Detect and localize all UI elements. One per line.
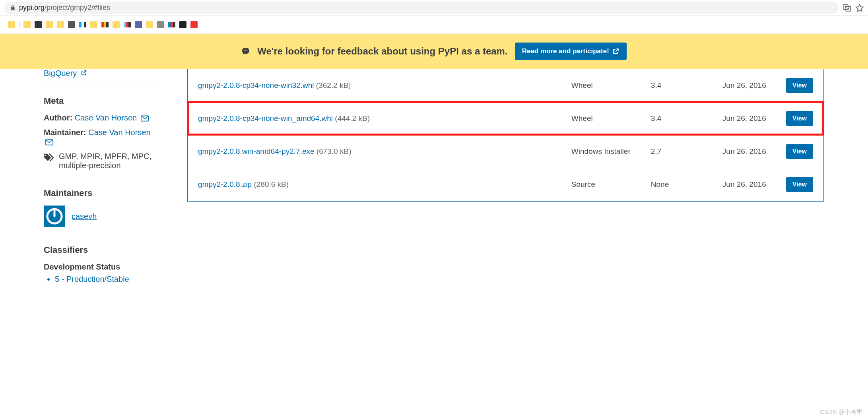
avatar [44,206,65,227]
classifier-group-label: Development Status [44,262,159,272]
file-date: Jun 26, 2016 [722,147,778,156]
url-text: pypi.org/project/gmpy2/#files [19,4,110,12]
bookmarks-bar [0,16,868,34]
file-type: Windows Installer [571,147,643,156]
bookmark-folder[interactable] [8,21,15,28]
bookmark-item[interactable] [101,22,109,27]
bookmark-item[interactable] [113,21,120,28]
bookmark-item[interactable] [157,21,164,28]
bookmark-item[interactable] [146,21,153,28]
file-version: 2.7 [651,147,715,156]
classifier-item[interactable]: 5 - Production/Stable [55,275,159,284]
file-name-cell: gmpy2-2.0.8-cp34-none-win_amd64.whl (444… [198,113,563,124]
bookmark-item[interactable] [57,21,64,28]
bookmark-item[interactable] [68,21,75,28]
file-row: gmpy2-2.0.8.zip (280.6 kB)SourceNoneJun … [188,168,823,201]
banner-text: We're looking for feedback about using P… [257,46,507,57]
file-date: Jun 26, 2016 [722,180,778,189]
maintainer-link[interactable]: Case Van Horsen [88,128,150,137]
tags-text: GMP, MPIR, MPFR, MPC, multiple-precision [59,152,159,170]
statistics-link-partial[interactable]: BigQuery [44,69,159,78]
view-button[interactable]: View [786,177,813,192]
file-link[interactable]: gmpy2-2.0.8-cp34-none-win_amd64.whl [198,114,333,122]
file-type: Wheel [571,81,643,90]
tags-row: GMP, MPIR, MPFR, MPC, multiple-precision [44,152,159,170]
file-type: Wheel [571,114,643,123]
author-link[interactable]: Case Van Horsen [75,113,137,122]
gravatar-icon [46,208,63,225]
files-table: gmpy2-2.0.8-cp34-none-win32.whl (362.2 k… [187,69,824,202]
file-name-cell: gmpy2-2.0.8.win-amd64-py2.7.exe (673.0 k… [198,146,563,157]
file-link[interactable]: gmpy2-2.0.8-cp34-none-win32.whl [198,81,314,89]
view-button[interactable]: View [786,144,813,159]
file-size: (444.2 kB) [335,114,370,122]
tags-icon [44,153,55,161]
file-size: (673.0 kB) [317,147,351,155]
author-label: Author: [44,113,72,122]
view-button[interactable]: View [786,111,813,126]
feedback-banner: We're looking for feedback about using P… [0,34,868,69]
file-row: gmpy2-2.0.8.win-amd64-py2.7.exe (673.0 k… [188,135,823,168]
address-bar[interactable]: pypi.org/project/gmpy2/#files [4,2,839,14]
author-row: Author: Case Van Horsen [44,113,159,122]
bookmark-item[interactable] [190,21,198,28]
file-type: Source [571,180,643,189]
maintainers-heading: Maintainers [44,188,159,198]
banner-participate-button[interactable]: Read more and participate! [515,43,627,60]
lock-icon [10,5,16,11]
translate-icon[interactable] [843,4,851,12]
bookmark-item[interactable] [179,21,186,28]
file-version: 3.4 [651,114,715,123]
maintainer-label: Maintainer: [44,128,86,137]
comment-icon [241,47,250,56]
bookmark-item[interactable] [46,21,53,28]
star-icon[interactable] [855,4,864,12]
file-name-cell: gmpy2-2.0.8.zip (280.6 kB) [198,179,563,190]
bookmark-item[interactable] [79,22,86,27]
file-link[interactable]: gmpy2-2.0.8.zip [198,180,252,188]
file-version: None [651,180,715,189]
file-link[interactable]: gmpy2-2.0.8.win-amd64-py2.7.exe [198,147,315,155]
maintainer-username[interactable]: casevh [72,212,97,221]
classifier-list: 5 - Production/Stable [44,275,159,284]
maintainer-item[interactable]: casevh [44,206,159,227]
maintainer-row: Maintainer: Case Van Horsen [44,128,159,146]
external-link-icon [81,70,87,76]
file-name-cell: gmpy2-2.0.8-cp34-none-win32.whl (362.2 k… [198,80,563,91]
bookmark-item[interactable] [35,21,42,28]
file-size: (362.2 kB) [316,81,351,89]
bookmark-item[interactable] [124,22,131,27]
meta-heading: Meta [44,96,159,106]
browser-chrome: pypi.org/project/gmpy2/#files [0,0,868,16]
classifiers-heading: Classifiers [44,245,159,255]
banner-button-label: Read more and participate! [522,47,609,55]
file-size: (280.6 kB) [254,180,289,188]
file-date: Jun 26, 2016 [722,81,778,90]
bookmark-item[interactable] [135,21,142,28]
mail-icon[interactable] [141,115,149,122]
bookmark-item[interactable] [23,21,31,28]
main-content: gmpy2-2.0.8-cp34-none-win32.whl (362.2 k… [187,69,824,284]
file-row: gmpy2-2.0.8-cp34-none-win32.whl (362.2 k… [188,69,823,102]
file-date: Jun 26, 2016 [722,114,778,123]
file-row: gmpy2-2.0.8-cp34-none-win_amd64.whl (444… [188,102,823,135]
mail-icon[interactable] [45,139,53,145]
bookmark-item[interactable] [168,22,175,27]
external-link-icon [612,48,619,55]
view-button[interactable]: View [786,78,813,93]
sidebar: BigQuery Meta Author: Case Van Horsen Ma… [44,69,159,284]
file-version: 3.4 [651,81,715,90]
bookmark-item[interactable] [90,21,97,28]
